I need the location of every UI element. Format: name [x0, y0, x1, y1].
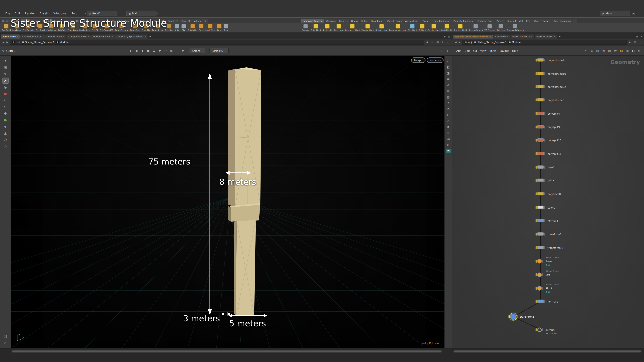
- pose-tool-icon[interactable]: ●: [2, 117, 8, 123]
- node-icon[interactable]: [537, 125, 544, 128]
- net-menu-edit[interactable]: Edit: [463, 48, 472, 53]
- thumbnails-icon[interactable]: ▦: [607, 49, 612, 52]
- net-menu-help[interactable]: Help: [510, 48, 520, 53]
- scrollbar-thumb[interactable]: [12, 351, 441, 352]
- forward-icon[interactable]: ▶: [6, 41, 9, 43]
- scale-tool-icon[interactable]: ↔: [2, 104, 8, 110]
- shelf-tool[interactable]: Camera: [302, 24, 310, 31]
- node-icon[interactable]: [537, 179, 544, 182]
- split-pane-icon[interactable]: ⊞: [635, 34, 639, 38]
- construction-plane-icon[interactable]: ◌: [2, 144, 8, 149]
- network-node[interactable]: Group Create Right SOS: [536, 286, 552, 291]
- pane-maximize-icon[interactable]: ⊡: [438, 49, 443, 52]
- shelf-tool[interactable]: Ambient Light: [453, 24, 468, 31]
- shelf-tab[interactable]: Container Tools: [476, 19, 494, 23]
- node-icon[interactable]: [537, 232, 544, 236]
- back-icon[interactable]: ◀: [2, 41, 5, 43]
- points-display-icon[interactable]: ◉: [446, 125, 451, 129]
- viewport-help-icon[interactable]: ?: [445, 49, 450, 52]
- shelf-tab[interactable]: Volume: [192, 19, 203, 23]
- network-node[interactable]: normal1: [536, 300, 558, 303]
- shelf-tab[interactable]: Rigid Bodies: [370, 19, 386, 23]
- scene-selector[interactable]: ◧Main: [126, 11, 156, 16]
- shelf-tab[interactable]: Crowds: [542, 19, 552, 23]
- snapshot-icon[interactable]: ▦: [436, 40, 440, 44]
- shelf-tool[interactable]: Area Light: [333, 24, 344, 31]
- shelf-tab[interactable]: Particles: [338, 19, 350, 23]
- color-palette-icon[interactable]: ▧: [619, 49, 624, 52]
- dependencies-icon[interactable]: ⇄: [613, 49, 618, 52]
- node-template-flag[interactable]: [536, 273, 537, 276]
- new-tab-button[interactable]: +: [148, 34, 153, 39]
- shelf-tool[interactable]: Point Light: [310, 24, 322, 31]
- selection-type-dropdown[interactable]: Select: [189, 48, 206, 53]
- node-template-flag[interactable]: [536, 112, 537, 115]
- matcap-icon[interactable]: ◍: [446, 89, 451, 93]
- marker-text-icon[interactable]: abc: [446, 136, 451, 141]
- net-menu-tools[interactable]: Tools: [488, 48, 498, 53]
- primitives-mode-icon[interactable]: ■: [146, 49, 150, 52]
- profiles-display-icon[interactable]: ≈: [446, 130, 451, 135]
- reset-view-icon[interactable]: ⌂: [2, 340, 8, 346]
- network-scrollbar[interactable]: [453, 350, 642, 353]
- node-display-flag[interactable]: [544, 206, 546, 209]
- shelf-tab[interactable]: Particle Fluids: [386, 19, 403, 23]
- detail-mode-icon[interactable]: ⊙: [152, 49, 156, 52]
- scrollbar-thumb[interactable]: [454, 351, 641, 352]
- cleanup-icon[interactable]: ✗: [584, 49, 588, 52]
- menu-help[interactable]: Help: [69, 11, 80, 16]
- close-tab-icon[interactable]: [112, 35, 113, 38]
- normals-display-icon[interactable]: △: [446, 119, 451, 123]
- node-template-flag[interactable]: [536, 166, 537, 169]
- node-display-flag[interactable]: [542, 260, 543, 263]
- pane-tab[interactable]: Asset Browser: [535, 34, 557, 39]
- shelf-tool[interactable]: Environment Light: [389, 24, 407, 31]
- node-display-flag[interactable]: [544, 179, 546, 182]
- close-tab-icon[interactable]: [507, 35, 508, 38]
- node-template-flag[interactable]: [536, 206, 537, 209]
- lighting-toggle-icon[interactable]: ✦: [446, 101, 451, 105]
- network-node[interactable]: polybevel4: [536, 192, 561, 196]
- node-display-flag[interactable]: [544, 139, 546, 141]
- shelf-tool[interactable]: Distant Light: [375, 24, 388, 31]
- shelf-tab[interactable]: Viscous Fluids: [404, 19, 421, 23]
- network-node[interactable]: polysplit9: [536, 125, 560, 128]
- net-menu-add[interactable]: Add: [455, 48, 463, 53]
- shaded-mode-icon[interactable]: ◧: [446, 65, 451, 69]
- node-display-flag[interactable]: [544, 166, 546, 169]
- pane-tab[interactable]: Animation Editor: [20, 34, 46, 39]
- node-icon[interactable]: [510, 314, 516, 320]
- node-display-flag[interactable]: [544, 85, 546, 88]
- close-pane-icon[interactable]: ✕: [640, 34, 643, 38]
- node-icon[interactable]: [537, 328, 542, 332]
- node-icon[interactable]: [537, 72, 544, 75]
- network-node[interactable]: polyextrude22: [536, 85, 566, 88]
- node-icon[interactable]: [537, 192, 544, 196]
- select-groups-icon[interactable]: ★: [180, 49, 185, 52]
- shelf-tab[interactable]: FEM: [525, 19, 532, 23]
- network-editor[interactable]: Geometry polyextrude9: [452, 56, 644, 348]
- shelf-tab[interactable]: +: [203, 19, 208, 23]
- shelf-tool[interactable]: Fuse: [216, 24, 222, 31]
- shelf-tool[interactable]: TopoBuild: [1, 24, 11, 31]
- grid-toggle-icon[interactable]: ⊞: [446, 142, 451, 147]
- selector-prev-icon[interactable]: ◂: [124, 12, 125, 14]
- node-display-flag[interactable]: [544, 125, 546, 128]
- node-template-flag[interactable]: [536, 219, 537, 222]
- shelf-tool[interactable]: Gamepad Camera: [506, 24, 524, 31]
- pane-tab[interactable]: Tree View: [493, 34, 510, 39]
- network-node[interactable]: normal4: [536, 219, 558, 222]
- shelf-tab[interactable]: Vellum: [360, 19, 370, 23]
- breadcrumb-item[interactable]: Sister_Shrine_Remake3: [22, 41, 54, 43]
- background-toggle-icon[interactable]: ⊡: [446, 113, 451, 117]
- node-template-flag[interactable]: [536, 192, 537, 195]
- network-node[interactable]: fuse1: [536, 165, 554, 169]
- node-display-flag[interactable]: [542, 328, 543, 331]
- node-template-flag[interactable]: [536, 58, 537, 61]
- close-tab-icon[interactable]: [16, 35, 18, 38]
- node-template-flag[interactable]: [536, 125, 537, 128]
- pane-tab[interactable]: Composite View: [66, 34, 91, 39]
- shelf-tool[interactable]: Subdivide: [187, 24, 197, 31]
- desktop-icon[interactable]: ▣: [632, 11, 635, 15]
- shelf-tool[interactable]: Point Weld: [205, 24, 216, 31]
